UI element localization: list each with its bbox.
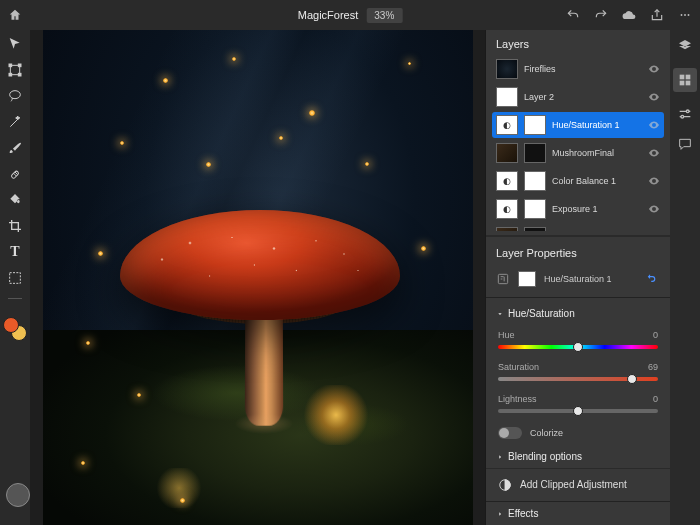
layer-row[interactable]: Layer 2 [492,84,664,110]
colorize-toggle[interactable] [498,427,522,439]
sat-value[interactable]: 69 [648,362,658,372]
light-slider[interactable] [498,409,658,413]
layer-name: Layer 2 [524,92,642,102]
visibility-icon[interactable] [648,63,660,75]
layer-name: Hue/Saturation 1 [552,120,642,130]
light-label: Lightness [498,394,537,404]
visibility-icon[interactable] [648,147,660,159]
tool-bar: T [0,30,30,525]
colorize-label: Colorize [530,428,563,438]
visibility-icon[interactable] [648,119,660,131]
light-value[interactable]: 0 [653,394,658,404]
brush-preview[interactable] [6,483,30,507]
colorize-row: Colorize [486,421,670,445]
marquee-tool-icon[interactable] [7,270,23,286]
lasso-tool-icon[interactable] [7,88,23,104]
svg-rect-15 [680,81,685,86]
visibility-icon[interactable] [648,91,660,103]
svg-rect-6 [9,73,12,76]
layers-panel-title: Layers [486,30,670,56]
sat-slider-row: Saturation69 [486,357,670,389]
cloud-icon[interactable] [622,8,636,22]
svg-rect-5 [18,64,21,67]
layer-row[interactable]: ◐Color Balance 1 [492,168,664,194]
svg-point-8 [10,91,21,99]
canvas[interactable] [30,30,485,525]
sat-slider[interactable] [498,377,658,381]
blending-section-header[interactable]: Blending options [486,445,670,468]
visibility-icon[interactable] [648,175,660,187]
type-tool-icon[interactable]: T [7,244,23,260]
layer-name: Exposure 1 [552,204,642,214]
fx-icon[interactable] [496,272,510,286]
layer-row[interactable]: MushroomFinal [492,140,664,166]
sat-label: Saturation [498,362,539,372]
effects-section-header[interactable]: Effects [486,501,670,525]
effects-label: Effects [508,508,538,519]
svg-rect-13 [680,75,685,80]
fill-tool-icon[interactable] [7,192,23,208]
hs-section-header[interactable]: Hue/Saturation [486,302,670,325]
brush-tool-icon[interactable] [7,140,23,156]
blending-label: Blending options [508,451,582,462]
move-tool-icon[interactable] [7,36,23,52]
layer-name: MushroomFinal [552,148,642,158]
more-icon[interactable] [678,8,692,22]
share-icon[interactable] [650,8,664,22]
light-slider-row: Lightness0 [486,389,670,421]
layer-name: Fireflies [524,64,642,74]
svg-point-18 [681,115,684,118]
hue-slider-row: Hue0 [486,325,670,357]
svg-rect-7 [18,73,21,76]
layers-panel-icon[interactable] [677,38,693,54]
svg-rect-4 [9,64,12,67]
hue-label: Hue [498,330,515,340]
properties-panel-icon[interactable] [673,68,697,92]
svg-rect-14 [686,75,691,80]
svg-rect-10 [10,273,21,284]
right-panels: Layers FirefliesLayer 2◐Hue/Saturation 1… [485,30,670,525]
chevron-down-icon [496,309,504,317]
crop-tool-icon[interactable] [7,218,23,234]
svg-point-17 [686,110,689,113]
layer-row[interactable]: Fireflies [492,56,664,82]
add-adj-label: Add Clipped Adjustment [520,479,627,490]
svg-rect-16 [686,81,691,86]
link-icon[interactable] [646,272,660,286]
transform-tool-icon[interactable] [7,62,23,78]
layer-prop-row: Hue/Saturation 1 [486,265,670,293]
layer-row[interactable]: ◐Exposure 1 [492,196,664,222]
layer-row[interactable]: MossRocks [492,224,664,231]
hue-value[interactable]: 0 [653,330,658,340]
adjustment-icon [498,478,512,492]
svg-rect-11 [498,275,507,284]
redo-icon[interactable] [594,8,608,22]
svg-point-0 [681,14,683,16]
add-adjustment-button[interactable]: Add Clipped Adjustment [486,468,670,501]
visibility-icon[interactable] [648,203,660,215]
home-icon[interactable] [8,8,22,22]
layer-props-title: Layer Properties [486,241,670,265]
layer-name: Color Balance 1 [552,176,642,186]
layer-prop-name: Hue/Saturation 1 [544,274,612,284]
zoom-badge[interactable]: 33% [366,8,402,23]
svg-point-1 [684,14,686,16]
svg-point-2 [688,14,690,16]
wand-tool-icon[interactable] [7,114,23,130]
adjustments-panel-icon[interactable] [677,106,693,122]
layer-prop-thumb [518,271,536,287]
hue-slider[interactable] [498,345,658,349]
comments-panel-icon[interactable] [677,136,693,152]
heal-tool-icon[interactable] [7,166,23,182]
hs-title: Hue/Saturation [508,308,575,319]
top-bar: MagicForest 33% [0,0,700,30]
artwork [43,30,473,525]
layer-row[interactable]: ◐Hue/Saturation 1 [492,112,664,138]
right-sidebar [670,30,700,525]
undo-icon[interactable] [566,8,580,22]
layers-list: FirefliesLayer 2◐Hue/Saturation 1Mushroo… [486,56,670,231]
doc-name: MagicForest [298,9,359,21]
doc-title: MagicForest 33% [298,8,403,23]
chevron-right-icon [496,452,504,460]
color-swatches[interactable] [3,317,27,341]
